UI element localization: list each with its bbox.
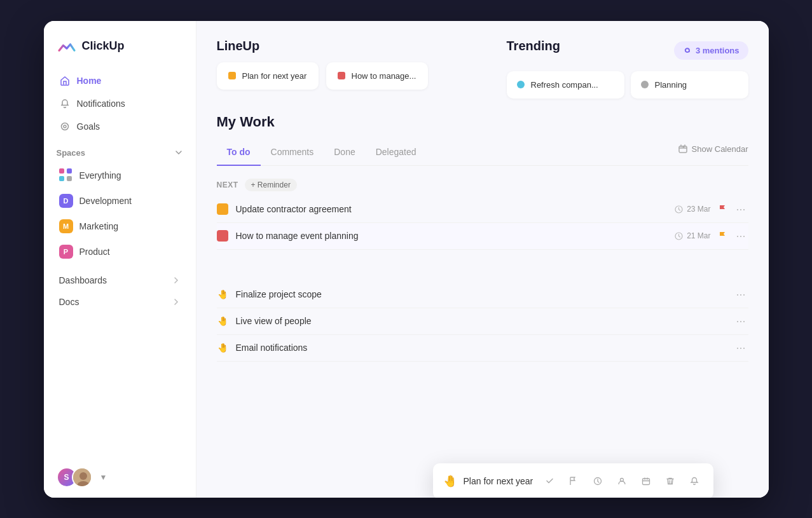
- chevron-right-icon: [172, 276, 181, 285]
- other-nav: Dashboards Docs: [44, 269, 196, 313]
- hover-bell-btn[interactable]: [685, 472, 703, 490]
- trending-label-0: Refresh compan...: [531, 80, 598, 90]
- task-item-3[interactable]: 🤚 Live view of people ···: [217, 308, 748, 335]
- svg-point-1: [64, 125, 66, 128]
- next-label: Next + Reminder: [217, 179, 748, 191]
- docs-label: Docs: [59, 297, 79, 307]
- flag-icon-0: [718, 204, 728, 214]
- chevron-down-icon[interactable]: [174, 148, 183, 157]
- task-name-4: Email notifications: [236, 343, 734, 353]
- show-calendar-button[interactable]: Show Calendar: [678, 144, 748, 161]
- flag-icon-1: [718, 231, 728, 241]
- sidebar-item-development[interactable]: D Development: [52, 188, 188, 214]
- mentions-button[interactable]: 3 mentions: [674, 41, 748, 60]
- lineup-section: LineUp Plan for next year How to manage.…: [217, 39, 507, 90]
- sidebar-notifications-label: Notifications: [77, 99, 125, 109]
- lineup-cards: Plan for next year How to manage...: [217, 62, 507, 90]
- task-item-0[interactable]: Update contractor agreement 23 Mar ···: [217, 196, 748, 223]
- reminder-tag[interactable]: + Reminder: [245, 179, 297, 191]
- task-date-0: 23 Mar: [675, 205, 710, 214]
- task-more-4[interactable]: ···: [733, 341, 748, 355]
- trending-card-1[interactable]: Planning: [631, 71, 748, 99]
- tab-delegated[interactable]: Delegated: [366, 140, 427, 166]
- sidebar: ClickUp Home Notifications Goals: [44, 21, 196, 498]
- tabs-left: To do Comments Done Delegated: [217, 140, 427, 165]
- spaces-list: Everything D Development M Marketing P P…: [44, 163, 196, 264]
- task-emoji-4: 🤚: [217, 341, 230, 354]
- mywork-section: My Work To do Comments Done Delegated Sh…: [217, 114, 748, 362]
- hover-emoji: 🤚: [443, 474, 457, 488]
- task-item-2[interactable]: 🤚 Finalize project scope ···: [217, 282, 748, 308]
- trending-title: Trending: [507, 39, 560, 53]
- spaces-header: Spaces: [44, 138, 196, 163]
- hover-flag-btn[interactable]: [565, 472, 582, 490]
- hover-card: 🤚 Plan for next year: [433, 463, 714, 498]
- task-more-0[interactable]: ···: [733, 203, 748, 216]
- lineup-card-1[interactable]: How to manage...: [326, 62, 428, 90]
- task-icon-0: [217, 203, 228, 215]
- sidebar-item-goals[interactable]: Goals: [52, 115, 188, 138]
- sidebar-item-everything[interactable]: Everything: [52, 163, 188, 188]
- calendar-flag-icon: [678, 144, 688, 154]
- logo-text: ClickUp: [82, 39, 125, 53]
- sidebar-item-product[interactable]: P Product: [52, 239, 188, 264]
- hover-calendar-btn[interactable]: [637, 472, 655, 490]
- svg-point-0: [61, 123, 68, 130]
- at-icon: [683, 46, 692, 55]
- task-item-4[interactable]: 🤚 Email notifications ···: [217, 335, 748, 362]
- account-chevron[interactable]: ▼: [100, 473, 107, 482]
- lineup-dot-0: [228, 72, 236, 79]
- task-more-1[interactable]: ···: [733, 229, 748, 243]
- sidebar-home-label: Home: [77, 76, 102, 86]
- sidebar-item-marketing[interactable]: M Marketing: [52, 214, 188, 239]
- development-label: Development: [79, 196, 132, 206]
- task-more-2[interactable]: ···: [733, 288, 748, 301]
- logo: ClickUp: [44, 21, 196, 69]
- hover-check-btn[interactable]: [540, 472, 558, 490]
- clickup-logo-icon: [57, 36, 77, 57]
- hover-clock-btn[interactable]: [589, 472, 607, 490]
- product-badge: P: [59, 245, 73, 259]
- task-name-2: Finalize project scope: [236, 289, 734, 299]
- task-emoji-3: 🤚: [217, 315, 230, 327]
- avatar-group[interactable]: S: [57, 467, 92, 487]
- sidebar-item-home[interactable]: Home: [52, 69, 188, 92]
- lineup-card-label-1: How to manage...: [352, 71, 416, 81]
- hover-trash-btn[interactable]: [661, 472, 679, 490]
- tab-done[interactable]: Done: [324, 140, 365, 166]
- task-item-1[interactable]: How to manage event planning 21 Mar ···: [217, 223, 748, 250]
- task-emoji-2: 🤚: [217, 288, 230, 301]
- trending-card-0[interactable]: Refresh compan...: [507, 71, 624, 99]
- sidebar-footer: S ▼: [44, 457, 196, 498]
- hover-task-name: Plan for next year: [464, 476, 533, 486]
- svg-point-3: [79, 472, 87, 480]
- sidebar-goals-label: Goals: [77, 121, 100, 132]
- trending-label-1: Planning: [655, 80, 687, 90]
- show-calendar-label: Show Calendar: [692, 144, 748, 154]
- tab-todo[interactable]: To do: [217, 140, 261, 166]
- development-badge: D: [59, 194, 73, 208]
- tab-comments[interactable]: Comments: [261, 140, 324, 166]
- everything-label: Everything: [79, 170, 121, 181]
- trend-dot-0: [517, 81, 525, 88]
- trending-cards: Refresh compan... Planning: [507, 71, 748, 99]
- main-nav: Home Notifications Goals: [44, 69, 196, 138]
- bell-icon: [59, 98, 71, 109]
- hover-person-btn[interactable]: [613, 472, 631, 490]
- task-name-1: How to manage event planning: [236, 231, 675, 241]
- sidebar-item-docs[interactable]: Docs: [52, 291, 188, 313]
- app-container: ClickUp Home Notifications Goals: [44, 21, 769, 498]
- task-more-3[interactable]: ···: [733, 315, 748, 328]
- clock-icon-1: [675, 232, 683, 240]
- lineup-card-0[interactable]: Plan for next year: [217, 62, 319, 90]
- mywork-title: My Work: [217, 114, 748, 130]
- hover-card-title: 🤚 Plan for next year: [443, 474, 533, 488]
- mentions-label: 3 mentions: [696, 46, 740, 55]
- sidebar-item-dashboards[interactable]: Dashboards: [52, 269, 188, 291]
- task-name-0: Update contractor agreement: [236, 204, 675, 214]
- lineup-card-label-0: Plan for next year: [242, 71, 307, 81]
- trending-section: Trending 3 mentions Refresh compan... Pl…: [507, 39, 748, 99]
- lineup-title: LineUp: [217, 39, 507, 53]
- product-label: Product: [79, 247, 110, 257]
- sidebar-item-notifications[interactable]: Notifications: [52, 92, 188, 115]
